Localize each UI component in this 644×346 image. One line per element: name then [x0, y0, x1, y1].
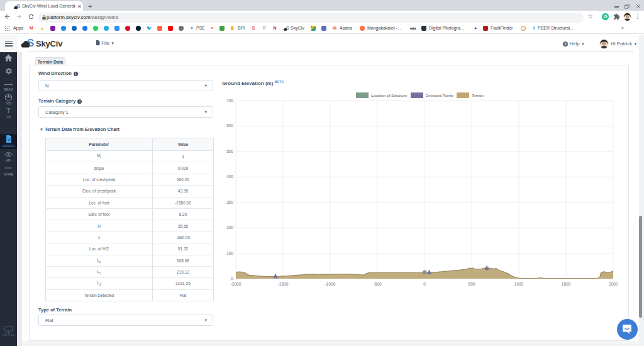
svg-text:600: 600 — [226, 123, 233, 128]
svg-text:1500: 1500 — [562, 282, 571, 286]
svg-text:-2000: -2000 — [231, 282, 242, 286]
svg-text:0: 0 — [231, 276, 233, 281]
svg-text:Location of Structure: Location of Structure — [371, 93, 408, 98]
svg-text:-1500: -1500 — [278, 282, 289, 286]
svg-text:400: 400 — [226, 174, 233, 179]
svg-text:0: 0 — [423, 282, 426, 286]
svg-text:500: 500 — [469, 282, 475, 286]
svg-text:100: 100 — [226, 251, 233, 255]
svg-text:500: 500 — [226, 149, 233, 153]
svg-text:1000: 1000 — [514, 282, 524, 286]
svg-text:Detected Points: Detected Points — [426, 93, 453, 98]
svg-text:200: 200 — [226, 225, 233, 230]
svg-text:-1000: -1000 — [325, 282, 336, 286]
svg-text:700: 700 — [226, 98, 233, 103]
svg-text:2000: 2000 — [609, 282, 618, 286]
svg-text:300: 300 — [226, 200, 233, 204]
svg-text:Terrain: Terrain — [472, 93, 484, 98]
svg-text:-500: -500 — [373, 282, 381, 286]
